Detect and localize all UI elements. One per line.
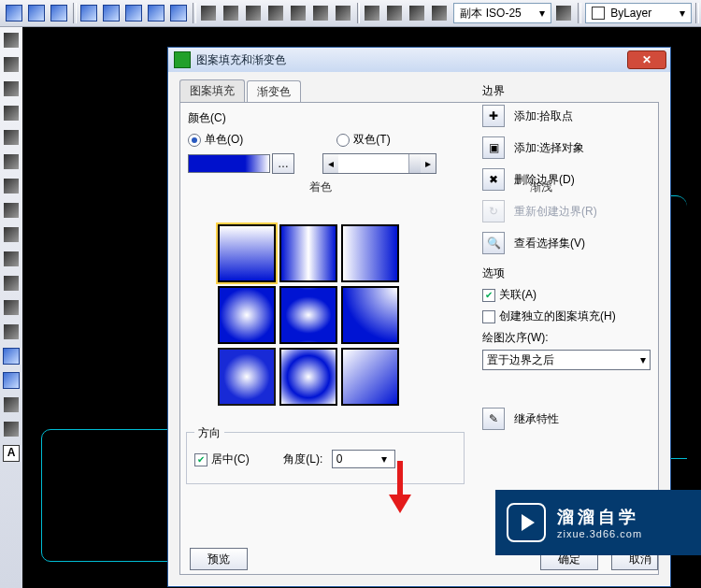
dim-baseline-icon[interactable] xyxy=(429,2,450,24)
tint-label: 着色 xyxy=(309,179,332,195)
radio-label: 双色(T) xyxy=(353,132,390,148)
mtext-tool-icon[interactable]: A xyxy=(0,442,22,465)
dialog-titlebar[interactable]: 图案填充和渐变色 ✕ xyxy=(168,48,670,72)
dim-arc-icon[interactable] xyxy=(310,2,331,24)
gradient-style-1[interactable] xyxy=(218,224,276,282)
dim-update-icon[interactable] xyxy=(553,2,574,24)
spline2-tool-icon[interactable] xyxy=(0,199,22,222)
dimstyle-dropdown[interactable]: 副本 ISO-25 ▾ xyxy=(453,3,551,23)
polygon-tool-icon[interactable] xyxy=(0,78,22,100)
angle-label: 角度(L): xyxy=(283,452,322,466)
circle2-tool-icon[interactable] xyxy=(0,151,22,173)
inherit-properties-button[interactable]: ✎ 继承特性 xyxy=(482,408,660,430)
block-tool-icon[interactable] xyxy=(0,296,22,319)
gradient-color-swatch[interactable] xyxy=(188,154,270,173)
view-selection-button[interactable]: 🔍 查看选择集(V) xyxy=(482,232,660,254)
pick-point-icon: ✚ xyxy=(482,105,505,127)
dim-diameter-icon[interactable] xyxy=(265,2,286,24)
watermark-url: zixue.3d66.com xyxy=(557,528,642,539)
arc2-tool-icon[interactable] xyxy=(0,126,22,149)
centered-checkbox[interactable]: 居中(C) xyxy=(194,452,250,467)
quickdim-icon[interactable] xyxy=(407,2,427,24)
direction-legend: 方向 xyxy=(194,425,224,441)
radio-dot-icon xyxy=(188,134,201,147)
tolerance-icon[interactable] xyxy=(362,2,382,24)
ellipse-tool-icon[interactable] xyxy=(49,2,69,24)
layer-color-dropdown[interactable]: ByLayer ▾ xyxy=(585,3,692,23)
add-pick-point-button[interactable]: ✚ 添加:拾取点 xyxy=(482,105,660,127)
checkbox-icon xyxy=(482,310,495,323)
button-label: 删除边界(D) xyxy=(514,172,575,188)
dimstyle-value: 副本 ISO-25 xyxy=(460,6,521,22)
zoom-prev-icon[interactable] xyxy=(123,2,144,24)
radio-twocolor[interactable]: 双色(T) xyxy=(336,132,390,148)
gradient-style-8[interactable] xyxy=(279,348,337,406)
line-tool-icon[interactable] xyxy=(0,29,22,51)
point-tool-icon[interactable] xyxy=(0,321,22,343)
zoom-ext-icon[interactable] xyxy=(146,2,166,24)
insert-tool-icon[interactable] xyxy=(0,272,22,294)
separator xyxy=(193,3,196,23)
tint-slider[interactable]: ◂ ▸ xyxy=(322,153,436,174)
left-toolbar: A xyxy=(0,27,23,588)
tab-pattern[interactable]: 图案填充 xyxy=(179,79,245,102)
leader-icon[interactable] xyxy=(384,2,405,24)
gradient-style-grid xyxy=(218,224,399,406)
revcloud-tool-icon[interactable] xyxy=(0,175,22,197)
slider-left-icon[interactable]: ◂ xyxy=(323,154,338,173)
hatch-preview-dots xyxy=(49,532,175,558)
arc-tool-icon[interactable] xyxy=(4,2,24,24)
recreate-boundary-button: ↻ 重新创建边界(R) xyxy=(482,200,660,222)
separator xyxy=(578,3,581,23)
gradient-style-9[interactable] xyxy=(341,348,399,406)
button-label: 添加:选择对象 xyxy=(514,140,584,156)
dim-radius-icon[interactable] xyxy=(243,2,264,24)
dialog-title: 图案填充和渐变色 xyxy=(196,52,627,68)
color-swatch-icon xyxy=(592,7,605,20)
gradient-style-4[interactable] xyxy=(218,286,276,344)
remove-boundary-button[interactable]: ✖ 删除边界(D) xyxy=(482,168,660,191)
gradient-style-7[interactable] xyxy=(218,348,276,406)
pline-tool-icon[interactable] xyxy=(0,53,22,76)
separator xyxy=(695,3,699,23)
spline-tool-icon[interactable] xyxy=(26,2,47,24)
angle-dropdown[interactable]: 0 ▾ xyxy=(332,450,395,468)
options-title: 选项 xyxy=(482,265,660,281)
annotation-arrow-icon xyxy=(389,461,411,517)
gradient-style-3[interactable] xyxy=(341,224,399,282)
color-picker-button[interactable]: … xyxy=(272,153,294,174)
circle-tool-icon[interactable] xyxy=(79,2,99,24)
preview-button[interactable]: 预览 xyxy=(190,548,248,570)
radio-monochrome[interactable]: 单色(O) xyxy=(188,132,243,148)
dialog-right-panel: 边界 ✚ 添加:拾取点 ▣ 添加:选择对象 ✖ 删除边界(D) ↻ 重新创建边界… xyxy=(482,81,660,439)
dim-angle-icon[interactable] xyxy=(288,2,308,24)
table-tool-icon[interactable] xyxy=(0,418,22,440)
dim-linear-icon[interactable] xyxy=(198,2,219,24)
independent-hatch-checkbox[interactable]: 创建独立的图案填充(H) xyxy=(482,308,660,324)
region-tool-icon[interactable] xyxy=(0,394,22,416)
recreate-boundary-icon: ↻ xyxy=(482,200,505,222)
close-button[interactable]: ✕ xyxy=(627,50,666,69)
tab-gradient[interactable]: 渐变色 xyxy=(247,80,301,103)
draw-order-dropdown[interactable]: 置于边界之后 ▾ xyxy=(482,350,651,370)
slider-thumb[interactable] xyxy=(408,154,421,173)
dim-ord-icon[interactable] xyxy=(333,2,353,24)
gradient-style-6[interactable] xyxy=(341,286,399,344)
ellipsearc-tool-icon[interactable] xyxy=(0,248,22,270)
slider-right-icon[interactable]: ▸ xyxy=(421,154,436,173)
hatch-tool-icon[interactable] xyxy=(0,345,22,367)
boundary-title: 边界 xyxy=(482,83,660,99)
gradient-tool-icon[interactable] xyxy=(0,369,22,392)
select-object-icon: ▣ xyxy=(482,136,505,159)
gradient-style-5[interactable] xyxy=(279,286,337,344)
zoom-window-icon[interactable] xyxy=(101,2,122,24)
add-select-object-button[interactable]: ▣ 添加:选择对象 xyxy=(482,136,660,159)
rect-tool-icon[interactable] xyxy=(0,102,22,124)
ellipse2-tool-icon[interactable] xyxy=(0,223,22,246)
chevron-down-icon: ▾ xyxy=(539,7,545,20)
pan-icon[interactable] xyxy=(168,2,189,24)
button-label: 查看选择集(V) xyxy=(514,236,585,251)
dim-aligned-icon[interactable] xyxy=(221,2,241,24)
gradient-style-2[interactable] xyxy=(279,224,337,282)
associative-checkbox[interactable]: 关联(A) xyxy=(482,287,660,303)
